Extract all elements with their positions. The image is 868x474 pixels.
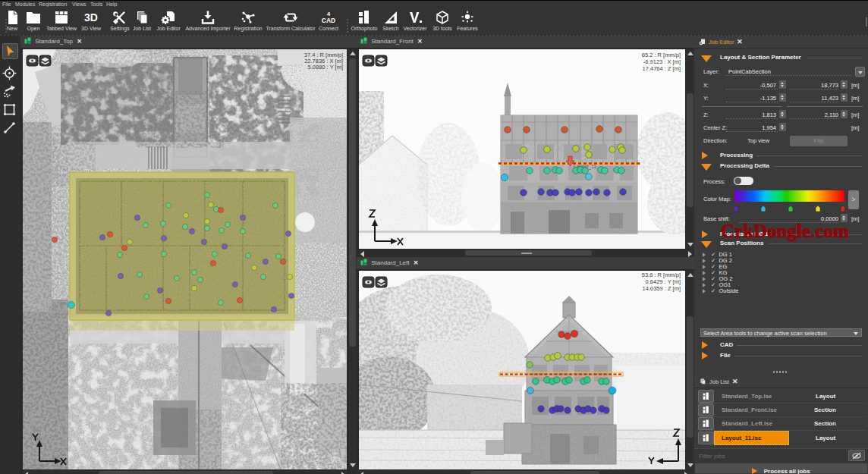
svg-text:-6.9123 : X [m]: -6.9123 : X [m] — [643, 58, 681, 65]
svg-text:14.0359 : Z [m]: 14.0359 : Z [m] — [643, 285, 681, 292]
svg-text:5.0880 : Y [m]: 5.0880 : Y [m] — [308, 64, 343, 71]
svg-text:53.6 : R [mm/p]: 53.6 : R [mm/p] — [642, 272, 681, 278]
svg-text:0.6429 : Y [m]: 0.6429 : Y [m] — [646, 278, 681, 285]
svg-text:65.2 : R [mm/p]: 65.2 : R [mm/p] — [642, 52, 681, 58]
svg-text:17.4764 : Z [m]: 17.4764 : Z [m] — [643, 65, 681, 72]
